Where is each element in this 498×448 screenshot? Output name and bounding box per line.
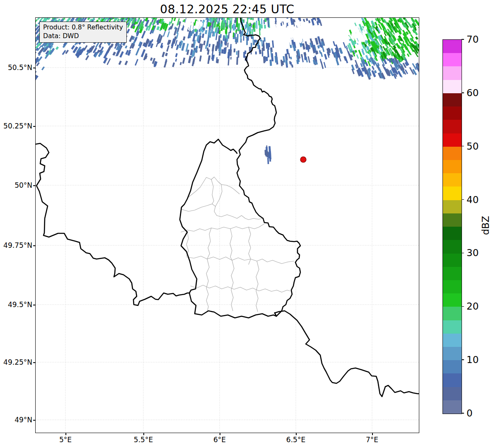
colorbar-segment: [443, 293, 462, 307]
y-tick: [33, 362, 35, 363]
colorbar-segment: [443, 133, 462, 147]
y-tick-label: 50.5°N: [8, 63, 32, 72]
colorbar-segment: [443, 147, 462, 160]
colorbar-segment: [443, 267, 462, 280]
colorbar-segment: [443, 400, 462, 414]
x-tick: [220, 433, 220, 435]
product-label: Product: 0.8° Reflectivity: [43, 23, 123, 32]
colorbar-segment: [443, 360, 462, 373]
y-tick: [33, 305, 35, 305]
radar-site-marker: [300, 157, 306, 162]
colorbar-tick-label: 10: [467, 354, 479, 365]
colorbar-segment: [443, 107, 462, 120]
y-tick: [33, 126, 35, 127]
colorbar-segment: [443, 320, 462, 334]
colorbar-tick-label: 70: [467, 34, 479, 45]
x-tick: [65, 433, 66, 435]
figure-title: 08.12.2025 22:45 UTC: [35, 2, 419, 16]
colorbar-tick: [462, 199, 464, 200]
colorbar-segment: [443, 334, 462, 347]
y-tick-label: 50.25°N: [3, 122, 32, 130]
colorbar-tick-label: 0: [467, 408, 473, 419]
x-tick-label: 5.5°E: [134, 436, 153, 444]
colorbar-segment: [443, 200, 462, 213]
colorbar-segment: [443, 254, 462, 267]
colorbar-tick-label: 60: [467, 87, 479, 98]
y-tick-label: 49.5°N: [8, 300, 32, 309]
x-tick: [296, 433, 297, 435]
colorbar-segment: [443, 347, 462, 360]
canton-borders: [181, 177, 294, 312]
data-source-label: Data: DWD: [43, 32, 123, 41]
colorbar-segment: [443, 80, 462, 93]
x-tick-label: 6.5°E: [286, 436, 305, 444]
colorbar-tick-label: 40: [467, 194, 479, 205]
colorbar-segment: [443, 240, 462, 253]
y-tick: [33, 420, 35, 421]
colorbar-segment: [443, 280, 462, 293]
colorbar-segment: [443, 53, 462, 66]
colorbar-segment: [443, 66, 462, 80]
y-tick: [33, 185, 35, 186]
map-canvas: [35, 17, 419, 433]
map-area: Product: 0.8° Reflectivity Data: DWD: [35, 17, 419, 433]
grid-lines: [35, 17, 419, 433]
colorbar-tick: [462, 39, 464, 40]
y-tick-label: 49°N: [15, 416, 32, 424]
colorbar-tick: [462, 359, 464, 360]
radar-figure: 08.12.2025 22:45 UTC Product: 0.8° Refle…: [0, 0, 498, 448]
colorbar-segment: [443, 120, 462, 133]
colorbar-segment: [443, 307, 462, 320]
colorbar-tick-label: 30: [467, 247, 479, 258]
colorbar-tick: [462, 146, 464, 147]
x-tick-label: 7°E: [366, 436, 378, 444]
colorbar-segment: [443, 160, 462, 173]
colorbar-segment: [443, 387, 462, 400]
product-info-box: Product: 0.8° Reflectivity Data: DWD: [39, 22, 127, 43]
x-tick: [143, 433, 144, 435]
colorbar-segment: [443, 186, 462, 200]
y-tick: [33, 245, 35, 246]
colorbar-tick: [462, 413, 464, 414]
x-tick: [372, 433, 373, 435]
colorbar-tick: [462, 92, 464, 93]
colorbar-segment: [443, 93, 462, 107]
colorbar-segment: [443, 227, 462, 240]
colorbar-unit-label: dBZ: [480, 212, 491, 239]
colorbar-tick: [462, 253, 464, 254]
y-tick-label: 50°N: [15, 181, 32, 189]
colorbar-tick-label: 50: [467, 141, 479, 152]
colorbar-tick: [462, 306, 464, 307]
colorbar-segment: [443, 373, 462, 387]
y-tick: [33, 68, 35, 68]
y-tick-label: 49.25°N: [3, 358, 32, 366]
colorbar-segment: [443, 213, 462, 227]
colorbar-tick-label: 20: [467, 301, 479, 312]
colorbar: [442, 39, 462, 414]
x-tick-label: 5°E: [59, 436, 72, 444]
colorbar-segment: [443, 173, 462, 186]
colorbar-segment: [443, 40, 462, 53]
x-tick-label: 6°E: [213, 436, 226, 444]
y-tick-label: 49.75°N: [3, 241, 32, 249]
